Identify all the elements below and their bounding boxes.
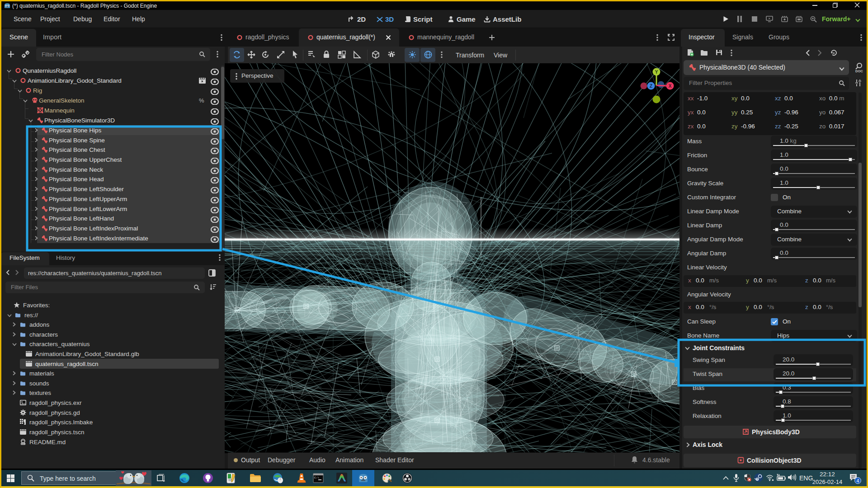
svg-text:X: X [669, 84, 672, 89]
svg-text:Y: Y [655, 70, 658, 75]
svg-text:C:\: C:\ [314, 476, 319, 479]
svg-text:Z: Z [650, 84, 652, 89]
svg-text:DOC: DOC [855, 69, 863, 73]
